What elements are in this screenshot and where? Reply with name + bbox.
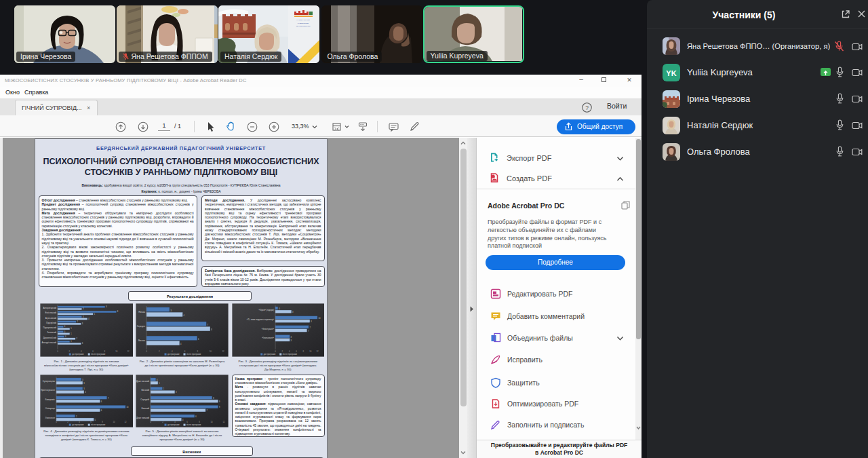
svg-text:після програми: після програми	[91, 353, 105, 356]
svg-text:10: 10	[210, 350, 212, 353]
svg-text:Середня: Середня	[137, 325, 146, 328]
svg-text:після програми: після програми	[91, 423, 105, 426]
svg-text:до програми: до програми	[72, 353, 84, 356]
svg-text:YK: YK	[666, 69, 676, 77]
svg-text:Залежний: Залежний	[47, 331, 56, 334]
svg-text:Середній: Середній	[140, 398, 149, 401]
svg-text:«Знехтувані»: «Знехтувані»	[261, 328, 274, 330]
svg-text:до програми: до програми	[167, 353, 180, 356]
svg-text:Уникнення: Уникнення	[45, 417, 55, 419]
svg-text:12: 12	[127, 350, 130, 353]
svg-text:Співпраця: Співпраця	[45, 407, 55, 410]
svg-text:«Ті, яким надають перевагу»: «Ті, яким надають перевагу»	[246, 318, 274, 321]
svg-text:Низька: Низька	[138, 311, 145, 313]
svg-text:УНІВЕРСИТЕТ: УНІВЕРСИТЕТ	[298, 22, 309, 24]
svg-text:12: 12	[222, 421, 225, 423]
svg-text:10: 10	[115, 350, 118, 353]
svg-text:«Зірки» (лідери): «Зірки» (лідери)	[258, 309, 273, 311]
svg-text:Підозрілий: Підозрілий	[46, 322, 56, 324]
svg-text:до програми: до програми	[72, 423, 84, 426]
svg-text:імені Драгоманова: імені Драгоманова	[296, 25, 311, 27]
svg-text:після програми: після програми	[282, 353, 296, 356]
svg-text:Авторитарний: Авторитарний	[43, 307, 56, 309]
svg-text:Висока: Висока	[138, 339, 145, 342]
svg-text:НАЦІОНАЛЬНИЙ: НАЦІОНАЛЬНИЙ	[296, 19, 310, 21]
svg-text:10: 10	[210, 421, 213, 423]
svg-text:12: 12	[124, 421, 127, 423]
svg-text:Агресивний: Агресивний	[45, 317, 56, 320]
svg-text:12: 12	[316, 350, 319, 353]
svg-text:Егоїстичний: Егоїстичний	[45, 311, 56, 314]
svg-text:Дуже низький: Дуже низький	[136, 417, 149, 419]
svg-text:Підкорюваний: Підкорюваний	[43, 326, 56, 329]
svg-text:12: 12	[222, 350, 224, 353]
svg-text:до програми: до програми	[263, 353, 275, 356]
svg-text:Компроміс: Компроміс	[45, 398, 55, 401]
svg-text:Суперництво: Суперництво	[42, 380, 55, 383]
svg-text:10: 10	[309, 350, 312, 353]
svg-text:після програми: після програми	[186, 353, 201, 356]
svg-text:Дуже високий: Дуже високий	[136, 380, 150, 383]
svg-text:після програми: після програми	[186, 423, 201, 426]
svg-text:«Ізольовані»: «Ізольовані»	[262, 337, 274, 339]
svg-text:?: ?	[585, 104, 589, 111]
svg-text:Альтруїстичний: Альтруїстичний	[41, 341, 56, 344]
svg-text:до програми: до програми	[167, 423, 180, 426]
svg-text:10: 10	[113, 421, 115, 423]
svg-text:Пристосування: Пристосування	[41, 389, 55, 392]
svg-text:Низький: Низький	[142, 407, 150, 410]
svg-text:Високий: Високий	[141, 389, 149, 392]
svg-text:Дружелюбний: Дружелюбний	[43, 337, 56, 339]
